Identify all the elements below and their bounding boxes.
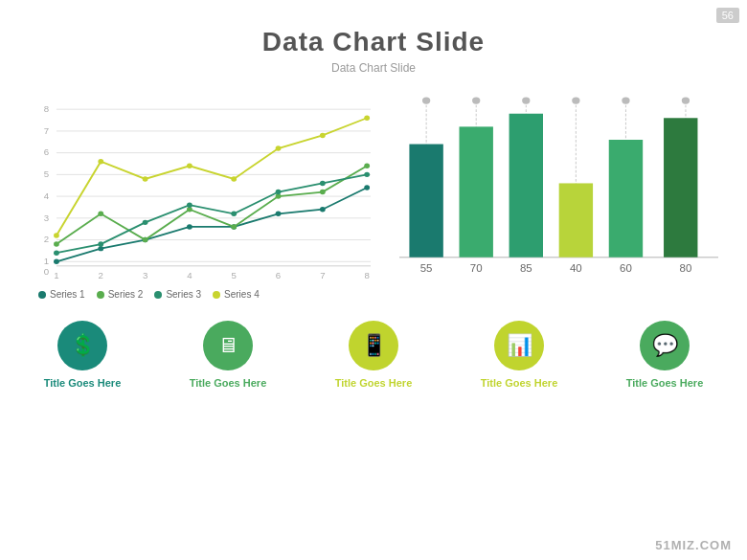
svg-point-50	[54, 233, 59, 237]
legend-label-series4: Series 4	[224, 289, 260, 300]
svg-point-42	[54, 250, 59, 255]
watermark: 51MIZ.COM	[655, 538, 732, 552]
svg-text:8: 8	[364, 272, 369, 281]
svg-point-34	[54, 241, 59, 246]
svg-point-53	[187, 164, 192, 168]
svg-text:5: 5	[44, 169, 49, 179]
page-number: 56	[716, 8, 739, 23]
svg-text:1: 1	[54, 272, 58, 281]
icon-item-5: 💬 Title Goes Here	[617, 321, 713, 390]
icon-item-3: 📱 Title Goes Here	[326, 321, 421, 390]
svg-point-55	[276, 146, 282, 150]
legend-label-series3: Series 3	[166, 289, 201, 300]
svg-point-40	[320, 190, 326, 194]
legend-dot-series3	[154, 291, 162, 299]
svg-rect-81	[664, 118, 697, 257]
svg-text:3: 3	[44, 213, 49, 223]
svg-point-35	[98, 212, 103, 216]
svg-point-56	[320, 133, 326, 138]
legend-label-series2: Series 2	[108, 289, 144, 300]
icon-label-4: Title Goes Here	[481, 376, 558, 390]
legend-label-series1: Series 1	[50, 289, 85, 300]
svg-rect-73	[558, 183, 592, 257]
svg-point-36	[143, 237, 148, 242]
icon-item-2: 🖥 Title Goes Here	[180, 321, 276, 390]
svg-rect-61	[409, 145, 442, 258]
legend-dot-series2	[97, 291, 104, 299]
svg-point-29	[187, 224, 192, 229]
svg-point-33	[364, 185, 370, 190]
svg-rect-65	[459, 126, 492, 257]
svg-text:6: 6	[44, 148, 49, 158]
line-chart: 8 7 6 5 4 3 2 1 0 1 2 3 4 5 6 7 8	[29, 92, 380, 283]
svg-point-43	[98, 241, 103, 246]
svg-text:0: 0	[44, 267, 49, 277]
icon-label-3: Title Goes Here	[335, 376, 413, 390]
svg-text:80: 80	[679, 263, 691, 274]
content-area: 8 7 6 5 4 3 2 1 0 1 2 3 4 5 6 7 8	[0, 92, 747, 300]
svg-text:55: 55	[419, 263, 432, 274]
legend-series3: Series 3	[154, 289, 201, 300]
svg-text:3: 3	[143, 272, 147, 281]
svg-point-38	[231, 224, 237, 229]
chart-legend: Series 1 Series 2 Series 3 Series 4	[29, 289, 380, 300]
icon-label-1: Title Goes Here	[44, 376, 122, 390]
right-panel: 55 70 85 40 60	[399, 92, 718, 300]
svg-text:40: 40	[570, 263, 582, 274]
svg-point-60	[422, 97, 430, 103]
svg-point-57	[364, 116, 370, 121]
icon-circle-3[interactable]: 📱	[349, 321, 398, 370]
main-title: Data Chart Slide	[0, 27, 747, 57]
svg-point-72	[572, 97, 579, 103]
svg-point-26	[54, 259, 59, 264]
svg-text:85: 85	[520, 263, 532, 274]
left-panel: 8 7 6 5 4 3 2 1 0 1 2 3 4 5 6 7 8	[29, 92, 380, 300]
bar-chart: 55 70 85 40 60	[399, 92, 718, 283]
svg-point-54	[231, 176, 237, 181]
svg-text:4: 4	[187, 272, 192, 281]
icon-circle-2[interactable]: 🖥	[203, 321, 253, 370]
svg-text:7: 7	[44, 126, 49, 136]
svg-point-46	[231, 212, 237, 216]
icon-symbol-2: 🖥	[217, 333, 238, 358]
svg-point-48	[320, 181, 326, 186]
svg-point-31	[276, 212, 282, 216]
svg-point-80	[681, 97, 689, 103]
svg-text:1: 1	[44, 257, 49, 266]
legend-series2: Series 2	[97, 289, 144, 300]
svg-point-47	[276, 190, 282, 194]
icon-symbol-5: 💬	[652, 333, 678, 358]
legend-series4: Series 4	[213, 289, 260, 300]
svg-point-68	[522, 97, 530, 103]
icon-symbol-4: 📊	[507, 333, 532, 358]
icon-item-4: 📊 Title Goes Here	[471, 321, 567, 390]
legend-series1: Series 1	[38, 289, 85, 300]
svg-text:70: 70	[470, 263, 483, 274]
svg-point-49	[364, 172, 370, 177]
svg-text:4: 4	[44, 191, 49, 201]
legend-dot-series1	[38, 291, 46, 299]
icon-circle-1[interactable]: 💲	[57, 321, 107, 370]
icon-symbol-1: 💲	[70, 333, 96, 358]
icon-label-5: Title Goes Here	[626, 376, 704, 390]
svg-text:8: 8	[44, 104, 49, 114]
svg-text:6: 6	[276, 272, 281, 281]
svg-point-64	[472, 97, 480, 103]
svg-text:7: 7	[320, 272, 325, 281]
svg-rect-69	[509, 114, 542, 258]
svg-point-76	[622, 97, 629, 103]
svg-point-41	[364, 164, 370, 168]
icons-row: 💲 Title Goes Here 🖥 Title Goes Here 📱 Ti…	[0, 321, 747, 390]
sub-title: Data Chart Slide	[0, 61, 747, 75]
icon-symbol-3: 📱	[361, 333, 387, 358]
icon-circle-5[interactable]: 💬	[640, 321, 690, 370]
svg-point-32	[320, 207, 326, 212]
svg-point-44	[143, 220, 148, 225]
legend-dot-series4	[213, 291, 220, 299]
svg-point-52	[143, 176, 148, 181]
icon-circle-4[interactable]: 📊	[494, 321, 544, 370]
svg-text:2: 2	[44, 235, 49, 245]
svg-text:60: 60	[620, 263, 632, 274]
svg-point-51	[98, 159, 103, 164]
svg-rect-77	[608, 140, 642, 258]
